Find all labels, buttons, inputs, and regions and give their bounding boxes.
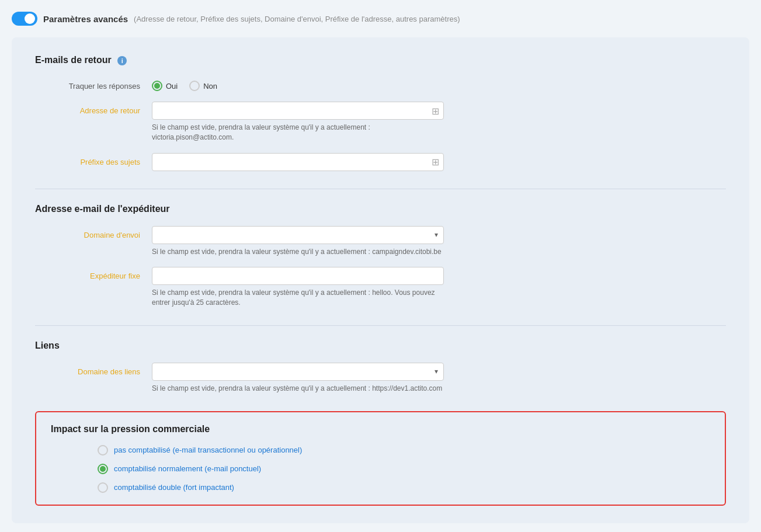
traquer-oui-label: Oui <box>166 82 178 91</box>
expediteur-fixe-control: Si le champ est vide, prendra la valeur … <box>152 267 444 308</box>
header-title: Paramètres avancés <box>43 14 128 24</box>
header-subtitle: (Adresse de retour, Préfixe des sujets, … <box>134 15 460 23</box>
liens-title: Liens <box>35 340 726 351</box>
domaine-liens-label: Domaine des liens <box>35 363 152 376</box>
adresse-retour-label: Adresse de retour <box>35 102 152 115</box>
traquer-non-label: Non <box>203 82 217 91</box>
impact-label-1: comptabilisé normalement (e-mail ponctue… <box>114 464 261 473</box>
expediteur-fixe-help: Si le champ est vide, prendra la valeur … <box>152 288 444 308</box>
traquer-row: Traquer les réponses Oui Non <box>35 77 726 91</box>
domaine-envoi-control: ▾ Si le champ est vide, prendra la valeu… <box>152 226 444 257</box>
impact-radio-0[interactable] <box>98 445 108 455</box>
expediteur-fixe-row: Expéditeur fixe Si le champ est vide, pr… <box>35 267 726 308</box>
domaine-envoi-select-wrapper: ▾ <box>152 226 444 244</box>
impact-title: Impact sur la pression commerciale <box>51 424 710 434</box>
adresse-retour-input[interactable] <box>152 102 444 120</box>
domaine-envoi-row: Domaine d'envoi ▾ Si le champ est vide, … <box>35 226 726 257</box>
traquer-non-radio[interactable] <box>189 81 200 91</box>
prefixe-sujets-input[interactable] <box>152 153 444 171</box>
traquer-control: Oui Non <box>152 77 444 91</box>
section-expediteur: Adresse e-mail de l'expéditeur Domaine d… <box>35 204 726 308</box>
domaine-liens-select[interactable] <box>152 363 444 381</box>
impact-radio-2[interactable] <box>98 482 108 493</box>
divider-1 <box>35 189 726 189</box>
domaine-liens-control: ▾ Si le champ est vide, prendra la valeu… <box>152 363 444 394</box>
domaine-liens-help: Si le champ est vide, prendra la valeur … <box>152 384 444 394</box>
domaine-envoi-help: Si le champ est vide, prendra la valeur … <box>152 247 444 257</box>
adresse-retour-row: Adresse de retour ⊞ Si le champ est vide… <box>35 102 726 142</box>
impact-label-2: comptabilisé double (fort impactant) <box>114 483 234 492</box>
impact-label-0: pas comptabilisé (e-mail transactionnel … <box>114 446 302 454</box>
main-card: E-mails de retour i Traquer les réponses… <box>12 37 749 523</box>
prefixe-sujets-row: Préfixe des sujets ⊞ <box>35 153 726 171</box>
expediteur-title: Adresse e-mail de l'expéditeur <box>35 204 726 214</box>
divider-2 <box>35 325 726 326</box>
emails-retour-title: E-mails de retour i <box>35 55 726 65</box>
domaine-liens-select-wrapper: ▾ <box>152 363 444 381</box>
impact-option-0[interactable]: pas comptabilisé (e-mail transactionnel … <box>98 445 710 455</box>
adresse-retour-input-wrapper: ⊞ <box>152 102 444 120</box>
traquer-label: Traquer les réponses <box>35 77 152 91</box>
personalize-icon-2[interactable]: ⊞ <box>432 157 439 168</box>
prefixe-sujets-control: ⊞ <box>152 153 444 171</box>
prefixe-sujets-label: Préfixe des sujets <box>35 153 152 166</box>
info-icon[interactable]: i <box>117 56 127 65</box>
section-emails-retour: E-mails de retour i Traquer les réponses… <box>35 55 726 171</box>
prefixe-sujets-input-wrapper: ⊞ <box>152 153 444 171</box>
personalize-icon[interactable]: ⊞ <box>432 105 439 116</box>
traquer-radio-group: Oui Non <box>152 77 444 91</box>
traquer-oui-option[interactable]: Oui <box>152 81 178 91</box>
expediteur-fixe-label: Expéditeur fixe <box>35 267 152 280</box>
section-impact: Impact sur la pression commerciale pas c… <box>35 411 726 506</box>
adresse-retour-help: Si le champ est vide, prendra la valeur … <box>152 123 444 142</box>
domaine-envoi-label: Domaine d'envoi <box>35 226 152 239</box>
page-header: Paramètres avancés (Adresse de retour, P… <box>12 12 749 26</box>
traquer-non-option[interactable]: Non <box>189 81 217 91</box>
impact-radio-1[interactable] <box>98 464 108 474</box>
impact-option-2[interactable]: comptabilisé double (fort impactant) <box>98 482 710 493</box>
domaine-liens-row: Domaine des liens ▾ Si le champ est vide… <box>35 363 726 394</box>
expediteur-fixe-input[interactable] <box>152 267 444 285</box>
adresse-retour-control: ⊞ Si le champ est vide, prendra la valeu… <box>152 102 444 142</box>
domaine-envoi-select[interactable] <box>152 226 444 244</box>
impact-radio-group: pas comptabilisé (e-mail transactionnel … <box>51 445 710 493</box>
advanced-params-toggle[interactable] <box>12 12 37 26</box>
traquer-oui-radio[interactable] <box>152 81 162 91</box>
impact-option-1[interactable]: comptabilisé normalement (e-mail ponctue… <box>98 464 710 474</box>
section-liens: Liens Domaine des liens ▾ Si le champ es… <box>35 340 726 394</box>
